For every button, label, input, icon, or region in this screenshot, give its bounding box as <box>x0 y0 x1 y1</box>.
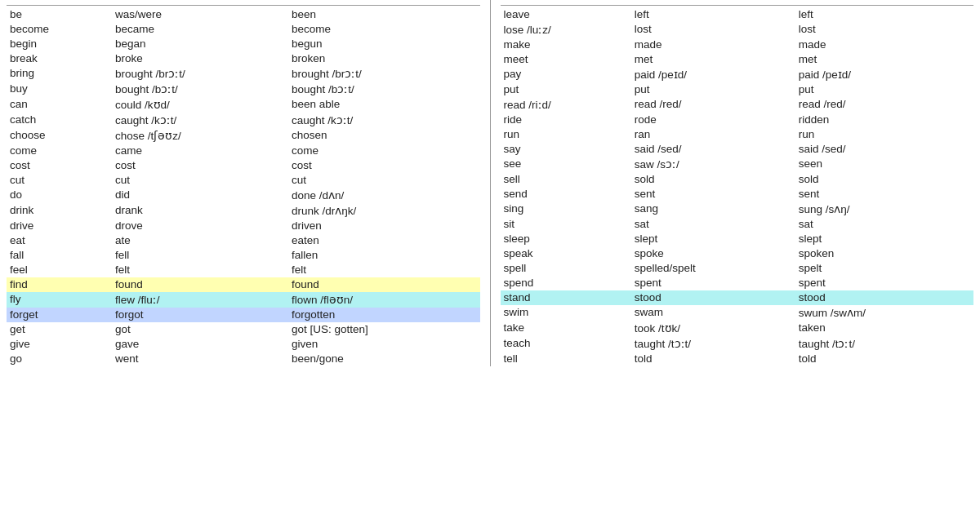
table-row: sendsentsent <box>501 187 974 202</box>
infinitive-cell: sleep <box>501 232 631 246</box>
past-participle-cell: begun <box>288 37 479 51</box>
table-row: speakspokespoken <box>501 246 974 261</box>
past-simple-cell: saw /sɔː/ <box>631 157 795 172</box>
table-row: sleepsleptslept <box>501 232 974 246</box>
past-participle-cell: flown /fləʊn/ <box>288 292 479 308</box>
infinitive-cell: speak <box>501 246 631 261</box>
past-participle-cell: paid /peɪd/ <box>795 67 973 82</box>
past-simple-cell: took /tʊk/ <box>631 321 795 336</box>
past-simple-cell: told <box>631 352 795 366</box>
infinitive-cell: sing <box>501 202 631 217</box>
table-row: taketook /tʊk/taken <box>501 321 974 336</box>
table-row: forgetforgotforgotten <box>7 308 480 322</box>
past-participle-cell: got [US: gotten] <box>288 322 479 337</box>
infinitive-cell: eat <box>7 233 112 248</box>
infinitive-cell: spell <box>501 261 631 276</box>
infinitive-cell: do <box>7 188 112 203</box>
table-row: meetmetmet <box>501 52 974 67</box>
past-participle-cell: chosen <box>288 128 479 144</box>
right-table: leaveleftleftlose /luːz/lostlostmakemade… <box>501 0 974 366</box>
past-simple-cell: sang <box>631 202 795 217</box>
past-participle-cell: forgotten <box>288 308 479 322</box>
table-row: drinkdrankdrunk /drʌŋk/ <box>7 203 480 219</box>
past-participle-cell: sat <box>795 217 973 232</box>
past-participle-cell: fallen <box>288 248 479 263</box>
past-participle-cell: read /red/ <box>795 97 973 113</box>
past-simple-cell: sat <box>631 217 795 232</box>
past-simple-cell: cost <box>112 158 288 173</box>
past-participle-cell: cost <box>288 158 479 173</box>
main-container: bewas/werebeenbecomebecamebecomebeginbeg… <box>0 0 980 366</box>
infinitive-cell: forget <box>7 308 112 322</box>
past-simple-cell: broke <box>112 51 288 66</box>
past-participle-cell: left <box>795 6 973 22</box>
past-simple-cell: met <box>631 52 795 67</box>
table-row: buybought /bɔːt/bought /bɔːt/ <box>7 82 480 97</box>
past-simple-cell: flew /fluː/ <box>112 292 288 308</box>
past-simple-cell: drank <box>112 203 288 219</box>
infinitive-cell: send <box>501 187 631 202</box>
infinitive-cell: feel <box>7 263 112 277</box>
past-participle-cell: swum /swʌm/ <box>795 305 973 321</box>
infinitive-cell: meet <box>501 52 631 67</box>
table-row: gowentbeen/gone <box>7 352 480 366</box>
past-participle-cell: spoken <box>795 246 973 261</box>
table-row: beginbeganbegun <box>7 37 480 51</box>
table-row: read /riːd/read /red/read /red/ <box>501 97 974 113</box>
past-participle-cell: told <box>795 352 973 366</box>
table-row: standstoodstood <box>501 290 974 305</box>
past-simple-cell: paid /peɪd/ <box>631 67 795 82</box>
past-simple-cell: gave <box>112 337 288 352</box>
infinitive-cell: cost <box>7 158 112 173</box>
past-simple-cell: spent <box>631 276 795 290</box>
table-row: comecamecome <box>7 144 480 158</box>
past-participle-cell: felt <box>288 263 479 277</box>
past-simple-cell: read /red/ <box>631 97 795 113</box>
infinitive-cell: run <box>501 127 631 142</box>
past-simple-cell: rode <box>631 113 795 127</box>
infinitive-cell: come <box>7 144 112 158</box>
past-simple-cell: brought /brɔːt/ <box>112 66 288 82</box>
infinitive-cell: lose /luːz/ <box>501 22 631 38</box>
right-body: leaveleftleftlose /luːz/lostlostmakemade… <box>501 6 974 366</box>
table-row: rideroderidden <box>501 113 974 127</box>
infinitive-cell: tell <box>501 352 631 366</box>
past-simple-cell: ate <box>112 233 288 248</box>
past-participle-cell: taken <box>795 321 973 336</box>
table-row: spendspentspent <box>501 276 974 290</box>
table-row: flyflew /fluː/flown /fləʊn/ <box>7 292 480 308</box>
infinitive-cell: stand <box>501 290 631 305</box>
infinitive-cell: go <box>7 352 112 366</box>
table-row: lose /luːz/lostlost <box>501 22 974 38</box>
past-simple-cell: did <box>112 188 288 203</box>
infinitive-cell: sit <box>501 217 631 232</box>
infinitive-cell: see <box>501 157 631 172</box>
infinitive-cell: choose <box>7 128 112 144</box>
past-participle-cell: cut <box>288 173 479 188</box>
table-row: costcostcost <box>7 158 480 173</box>
table-row: becomebecamebecome <box>7 22 480 37</box>
past-simple-cell: sent <box>631 187 795 202</box>
past-simple-cell: spelled/spelt <box>631 261 795 276</box>
past-simple-cell: stood <box>631 290 795 305</box>
past-simple-cell: went <box>112 352 288 366</box>
table-row: sellsoldsold <box>501 172 974 187</box>
table-row: catchcaught /kɔːt/caught /kɔːt/ <box>7 113 480 128</box>
infinitive-cell: put <box>501 82 631 97</box>
past-simple-cell: sold <box>631 172 795 187</box>
past-simple-cell: began <box>112 37 288 51</box>
table-row: leaveleftleft <box>501 6 974 22</box>
past-simple-cell: slept <box>631 232 795 246</box>
table-divider <box>490 0 491 366</box>
past-simple-cell: got <box>112 322 288 337</box>
past-participle-cell: met <box>795 52 973 67</box>
past-simple-cell: forgot <box>112 308 288 322</box>
infinitive-cell: fall <box>7 248 112 263</box>
past-participle-cell: sold <box>795 172 973 187</box>
past-participle-cell: been able <box>288 97 479 113</box>
table-row: getgotgot [US: gotten] <box>7 322 480 337</box>
infinitive-cell: make <box>501 38 631 52</box>
past-participle-cell: seen <box>795 157 973 172</box>
table-row: seesaw /sɔː/seen <box>501 157 974 172</box>
past-participle-cell: spent <box>795 276 973 290</box>
